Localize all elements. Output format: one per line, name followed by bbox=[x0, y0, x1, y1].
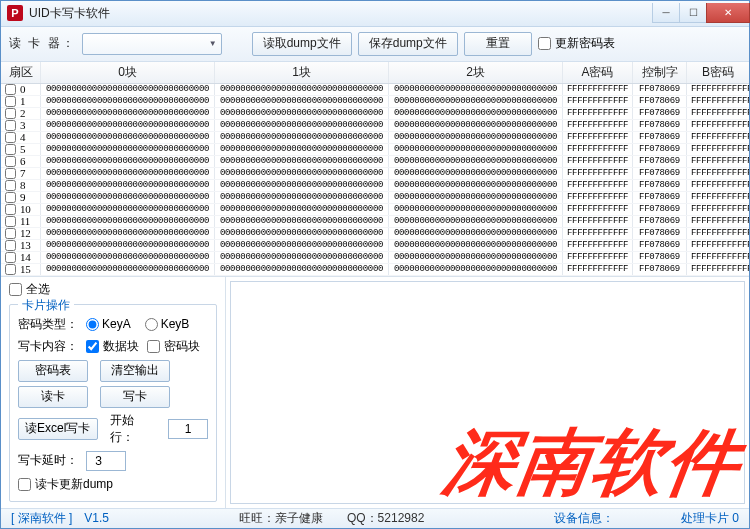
row-checkbox[interactable] bbox=[5, 252, 16, 263]
chevron-down-icon: ▼ bbox=[209, 39, 217, 48]
minimize-button[interactable]: ─ bbox=[652, 3, 680, 23]
table-row: 1500000000000000000000000000000000000000… bbox=[1, 264, 749, 276]
table-row: 0000000000000000000000000000000000000000… bbox=[1, 84, 749, 96]
read-excel-button[interactable]: 读Excel写卡 bbox=[18, 418, 98, 440]
table-row: 9000000000000000000000000000000000000000… bbox=[1, 192, 749, 204]
write-delay-label: 写卡延时： bbox=[18, 452, 78, 469]
keya-radio[interactable]: KeyA bbox=[86, 317, 131, 331]
reader-label: 读 卡 器： bbox=[9, 35, 76, 52]
keyb-radio[interactable]: KeyB bbox=[145, 317, 190, 331]
window-title: UID卡写卡软件 bbox=[29, 5, 110, 22]
table-row: 5000000000000000000000000000000000000000… bbox=[1, 144, 749, 156]
read-dump-button[interactable]: 读取dump文件 bbox=[252, 32, 352, 56]
toolbar: 读 卡 器： ▼ 读取dump文件 保存dump文件 重置 更新密码表 bbox=[1, 27, 749, 62]
row-checkbox[interactable] bbox=[5, 144, 16, 155]
app-icon: P bbox=[7, 5, 23, 21]
key-type-label: 密码类型： bbox=[18, 316, 78, 333]
table-row: 8000000000000000000000000000000000000000… bbox=[1, 180, 749, 192]
th-ctrl: 控制字 bbox=[633, 62, 687, 83]
th-keya: A密码 bbox=[563, 62, 633, 83]
table-row: 2000000000000000000000000000000000000000… bbox=[1, 108, 749, 120]
output-area: 深南软件 bbox=[230, 281, 745, 504]
row-checkbox[interactable] bbox=[5, 132, 16, 143]
table-row: 6000000000000000000000000000000000000000… bbox=[1, 156, 749, 168]
card-ops-legend: 卡片操作 bbox=[18, 297, 74, 314]
table-row: 3000000000000000000000000000000000000000… bbox=[1, 120, 749, 132]
row-checkbox[interactable] bbox=[5, 240, 16, 251]
update-dump-checkbox[interactable]: 读卡更新dump bbox=[18, 476, 208, 493]
status-bar: [ 深南软件 ] V1.5 旺旺：亲子健康 QQ：5212982 设备信息： 处… bbox=[1, 508, 749, 528]
save-dump-button[interactable]: 保存dump文件 bbox=[358, 32, 458, 56]
watermark: 深南软件 bbox=[437, 415, 746, 511]
close-button[interactable]: ✕ bbox=[706, 3, 750, 23]
row-checkbox[interactable] bbox=[5, 84, 16, 95]
key-table-button[interactable]: 密码表 bbox=[18, 360, 88, 382]
reset-button[interactable]: 重置 bbox=[464, 32, 532, 56]
row-checkbox[interactable] bbox=[5, 180, 16, 191]
select-all-checkbox[interactable]: 全选 bbox=[9, 281, 217, 298]
maximize-button[interactable]: ☐ bbox=[679, 3, 707, 23]
data-table: 扇区 0块 1块 2块 A密码 控制字 B密码 0000000000000000… bbox=[1, 62, 749, 276]
table-row: 1400000000000000000000000000000000000000… bbox=[1, 252, 749, 264]
table-row: 7000000000000000000000000000000000000000… bbox=[1, 168, 749, 180]
data-block-checkbox[interactable]: 数据块 bbox=[86, 338, 139, 355]
table-row: 4000000000000000000000000000000000000000… bbox=[1, 132, 749, 144]
status-version: [ 深南软件 ] V1.5 bbox=[11, 510, 109, 527]
key-block-checkbox[interactable]: 密码块 bbox=[147, 338, 200, 355]
row-checkbox[interactable] bbox=[5, 264, 16, 275]
row-checkbox[interactable] bbox=[5, 204, 16, 215]
row-checkbox[interactable] bbox=[5, 108, 16, 119]
left-panel: 全选 卡片操作 密码类型： KeyA KeyB 写卡内容： 数据块 密码块 bbox=[1, 277, 226, 508]
clear-output-button[interactable]: 清空输出 bbox=[100, 360, 170, 382]
th-sector: 扇区 bbox=[1, 62, 41, 83]
start-row-input[interactable] bbox=[168, 419, 208, 439]
row-checkbox[interactable] bbox=[5, 192, 16, 203]
row-checkbox[interactable] bbox=[5, 156, 16, 167]
table-row: 1000000000000000000000000000000000000000… bbox=[1, 96, 749, 108]
row-checkbox[interactable] bbox=[5, 96, 16, 107]
th-block2: 2块 bbox=[389, 62, 563, 83]
title-bar: P UID卡写卡软件 ─ ☐ ✕ bbox=[1, 1, 749, 27]
row-checkbox[interactable] bbox=[5, 120, 16, 131]
row-checkbox[interactable] bbox=[5, 228, 16, 239]
th-block0: 0块 bbox=[41, 62, 215, 83]
table-row: 1300000000000000000000000000000000000000… bbox=[1, 240, 749, 252]
row-checkbox[interactable] bbox=[5, 168, 16, 179]
reader-combo[interactable]: ▼ bbox=[82, 33, 222, 55]
status-contact: 旺旺：亲子健康 QQ：5212982 bbox=[239, 510, 424, 527]
write-delay-spinner[interactable] bbox=[86, 451, 126, 471]
update-keys-checkbox[interactable]: 更新密码表 bbox=[538, 35, 615, 52]
table-row: 1000000000000000000000000000000000000000… bbox=[1, 204, 749, 216]
th-keyb: B密码 bbox=[687, 62, 749, 83]
read-card-button[interactable]: 读卡 bbox=[18, 386, 88, 408]
table-row: 1100000000000000000000000000000000000000… bbox=[1, 216, 749, 228]
card-ops-group: 卡片操作 密码类型： KeyA KeyB 写卡内容： 数据块 密码块 密码表 清… bbox=[9, 304, 217, 502]
table-row: 1200000000000000000000000000000000000000… bbox=[1, 228, 749, 240]
write-content-label: 写卡内容： bbox=[18, 338, 78, 355]
th-block1: 1块 bbox=[215, 62, 389, 83]
row-checkbox[interactable] bbox=[5, 216, 16, 227]
status-device: 设备信息： 处理卡片 0 bbox=[554, 510, 739, 527]
start-row-label: 开始行： bbox=[110, 412, 157, 446]
write-card-button[interactable]: 写卡 bbox=[100, 386, 170, 408]
